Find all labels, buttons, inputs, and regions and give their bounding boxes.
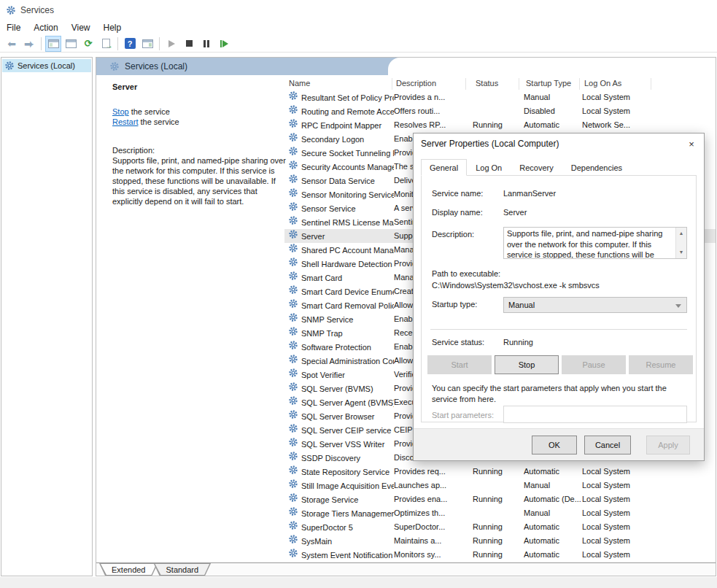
menu-action[interactable]: Action	[27, 21, 64, 34]
refresh-button[interactable]: ⟳	[80, 36, 96, 52]
path-to-executable-label: Path to executable:	[432, 269, 500, 278]
service-gear-icon	[288, 201, 298, 215]
title-bar: Services	[0, 0, 717, 20]
stop-service-link[interactable]: Stop	[112, 107, 129, 116]
forward-button[interactable]: ⮕	[21, 36, 37, 52]
service-description-cell: SuperDoctor...	[394, 520, 467, 534]
tab-general[interactable]: General	[421, 159, 467, 176]
close-icon[interactable]: ×	[679, 134, 704, 154]
tab-extended[interactable]: Extended	[99, 563, 158, 576]
tab-dependencies[interactable]: Dependencies	[562, 160, 631, 176]
display-name-value: Server	[503, 208, 527, 217]
column-header-log-on-as[interactable]: Log On As	[581, 78, 651, 90]
description-label: Description:	[432, 230, 474, 239]
start-parameters-input[interactable]	[503, 406, 687, 423]
service-name-cell: Sensor Service	[288, 201, 394, 215]
show-hide-action-pane-button[interactable]	[139, 36, 155, 52]
service-row[interactable]: Storage ServiceProvides ena...RunningAut…	[284, 492, 716, 506]
scroll-down-icon[interactable]: ▼	[679, 247, 684, 258]
start-button[interactable]: Start	[427, 355, 492, 374]
service-gear-icon	[288, 409, 298, 423]
pause-service-button[interactable]	[198, 36, 214, 52]
service-description-text: Supports file, print, and named-pipe sha…	[112, 156, 286, 206]
start-service-button[interactable]	[163, 36, 179, 52]
service-log-on-as-cell: Local System	[582, 465, 651, 479]
show-hide-console-tree-button[interactable]	[45, 36, 61, 52]
column-header-description[interactable]: Description	[393, 78, 466, 90]
service-row[interactable]: System Event Notification S...Monitors s…	[284, 548, 716, 562]
description-textbox[interactable]: Supports file, print, and named-pipe sha…	[503, 227, 687, 259]
service-log-on-as-cell: Local System	[582, 520, 651, 534]
tab-recovery[interactable]: Recovery	[511, 160, 562, 176]
pause-button[interactable]: Pause	[562, 355, 626, 374]
service-status-label: Service status:	[432, 338, 484, 347]
service-startup-type-cell: Automatic	[524, 548, 581, 562]
service-gear-icon	[288, 492, 298, 506]
service-description-label: Description:	[112, 146, 155, 155]
properties-button[interactable]	[63, 36, 79, 52]
service-status-cell: Running	[473, 520, 519, 534]
service-status-cell	[473, 90, 519, 104]
service-description-cell: Provides a n...	[394, 90, 467, 104]
service-description-cell: Resolves RP...	[394, 118, 467, 132]
service-row[interactable]: State Repository ServiceProvides req...R…	[284, 465, 716, 479]
apply-button[interactable]: Apply	[646, 436, 690, 454]
restart-service-link[interactable]: Restart	[112, 117, 138, 126]
column-header-status[interactable]: Status	[473, 78, 519, 90]
service-gear-icon	[288, 340, 298, 354]
service-row[interactable]: Still Image Acquisition EventsLaunches a…	[284, 479, 716, 492]
export-list-button[interactable]	[98, 36, 114, 52]
service-row[interactable]: SuperDoctor 5SuperDoctor...RunningAutoma…	[284, 520, 716, 534]
scroll-up-icon[interactable]: ▲	[679, 228, 684, 239]
restart-service-button[interactable]	[216, 36, 232, 52]
pause-service-icon	[204, 40, 209, 47]
resume-button[interactable]: Resume	[629, 355, 693, 374]
service-status-cell	[473, 506, 519, 520]
chevron-down-icon	[675, 304, 681, 308]
tab-standard[interactable]: Standard	[153, 563, 211, 576]
column-header-startup-type[interactable]: Startup Type	[523, 78, 580, 90]
stop-service-button[interactable]	[181, 36, 197, 52]
service-name-cell: Shell Hardware Detection	[288, 257, 394, 271]
column-header-name[interactable]: Name	[286, 78, 392, 90]
stop-service-line-rest: the service	[129, 107, 170, 116]
service-row[interactable]: Storage Tiers ManagementOptimizes th...M…	[284, 506, 716, 520]
service-name-cell: Routing and Remote Access	[288, 104, 394, 118]
export-list-icon	[102, 39, 110, 48]
help-button[interactable]: ?	[122, 36, 138, 52]
start-service-icon	[168, 40, 175, 47]
cancel-button[interactable]: Cancel	[584, 436, 631, 454]
service-gear-icon	[288, 132, 298, 146]
stop-button[interactable]: Stop	[495, 355, 559, 374]
service-name-cell: SQL Server Browser	[288, 409, 394, 423]
service-row[interactable]: RPC Endpoint MapperResolves RP...Running…	[284, 118, 716, 132]
service-name-cell: Secure Socket Tunneling Pro...	[288, 146, 394, 160]
ok-button[interactable]: OK	[532, 436, 577, 454]
pane-header-title: Services (Local)	[125, 61, 187, 71]
service-name-cell: SSDP Discovery	[288, 451, 394, 465]
service-description-cell: Monitors sy...	[394, 548, 467, 562]
service-log-on-as-cell: Local System	[582, 479, 651, 492]
service-row[interactable]: SysMainMaintains a...RunningAutomaticLoc…	[284, 534, 716, 548]
forward-arrow-icon: ⮕	[24, 39, 34, 49]
restart-service-line: Restart the service	[112, 117, 286, 126]
service-row[interactable]: Routing and Remote AccessOffers routi...…	[284, 104, 716, 118]
service-gear-icon	[288, 271, 298, 285]
service-gear-icon	[288, 479, 298, 492]
window-title: Services	[20, 5, 54, 15]
back-button[interactable]: ⬅	[4, 36, 20, 52]
menu-file[interactable]: File	[0, 21, 27, 34]
description-scrollbar[interactable]: ▲ ▼	[675, 228, 686, 258]
tab-log-on[interactable]: Log On	[467, 160, 511, 176]
service-name-cell: Sensor Monitoring Service	[288, 187, 394, 201]
service-gear-icon	[288, 118, 298, 132]
service-row[interactable]: Resultant Set of Policy Provi...Provides…	[284, 90, 716, 104]
service-gear-icon	[288, 243, 298, 257]
menu-help[interactable]: Help	[97, 21, 128, 34]
service-gear-icon	[288, 298, 298, 312]
menu-view[interactable]: View	[65, 21, 97, 34]
service-startup-type-cell: Manual	[524, 90, 581, 104]
startup-type-dropdown[interactable]: Manual	[503, 297, 687, 313]
service-startup-type-cell: Automatic (De...	[524, 492, 581, 506]
tree-item-services-local[interactable]: Services (Local)	[2, 59, 91, 72]
